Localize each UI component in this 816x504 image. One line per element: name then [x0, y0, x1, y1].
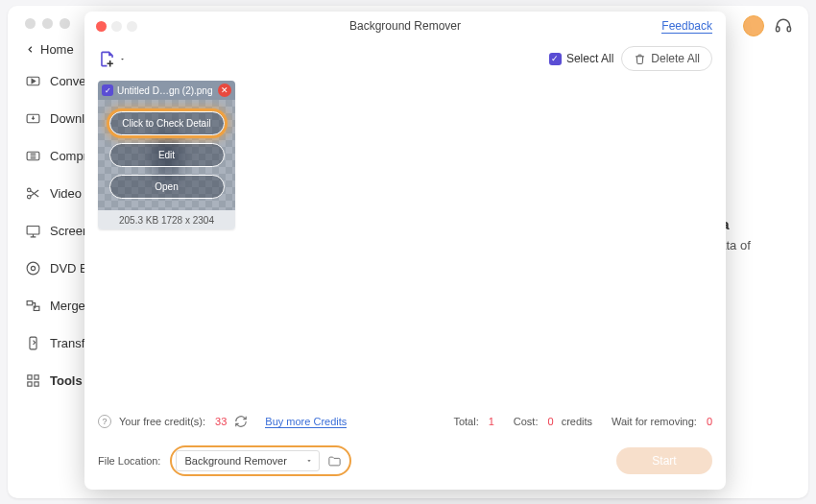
minimize-button	[111, 21, 122, 32]
open-button[interactable]: Open	[109, 175, 225, 199]
location-select[interactable]: Background Remover	[176, 450, 320, 471]
svg-rect-15	[35, 375, 38, 379]
close-button[interactable]	[96, 21, 107, 32]
avatar[interactable]	[743, 15, 764, 36]
location-group-highlight: Background Remover	[170, 445, 351, 476]
thumbnail-checkbox[interactable]: ✓	[102, 84, 113, 96]
edit-button[interactable]: Edit	[109, 143, 225, 167]
refresh-icon[interactable]	[234, 415, 248, 428]
screen-icon	[25, 223, 41, 239]
zoom-button	[127, 21, 137, 32]
credits-value: 33	[215, 416, 227, 427]
grid-icon	[25, 372, 41, 389]
total-label: Total:	[453, 416, 478, 427]
buy-credits-link[interactable]: Buy more Credits	[265, 416, 347, 428]
image-thumbnail: ✓ Untitled D…gn (2).png ✕ Click to Check…	[98, 81, 235, 229]
svg-rect-12	[34, 306, 39, 310]
help-icon[interactable]: ?	[98, 415, 111, 428]
svg-marker-3	[32, 79, 36, 83]
start-button[interactable]: Start	[616, 447, 712, 474]
delete-all-button[interactable]: Delete All	[621, 46, 712, 71]
svg-rect-17	[35, 382, 38, 386]
svg-rect-1	[787, 27, 790, 32]
scissors-icon	[25, 185, 41, 202]
trash-icon	[634, 53, 646, 65]
svg-rect-14	[28, 375, 32, 379]
wait-label: Wait for removing:	[612, 416, 697, 427]
thumbnail-remove-button[interactable]: ✕	[218, 84, 231, 97]
download-icon	[25, 110, 41, 127]
compress-icon	[25, 148, 41, 164]
svg-rect-0	[777, 27, 780, 32]
select-all-checkbox[interactable]: ✓ Select All	[549, 52, 613, 65]
cost-label: Cost:	[514, 416, 539, 427]
svg-point-9	[27, 262, 39, 275]
add-file-button[interactable]	[98, 50, 126, 68]
thumbnail-filename: Untitled D…gn (2).png	[117, 85, 214, 96]
check-detail-button[interactable]: Click to Check Detail	[109, 111, 225, 135]
svg-point-10	[31, 266, 35, 270]
file-location-label: File Location:	[98, 455, 160, 467]
chevron-left-icon	[25, 44, 36, 55]
svg-rect-11	[27, 301, 33, 305]
folder-icon[interactable]	[327, 454, 342, 468]
checkbox-checked-icon: ✓	[549, 53, 562, 65]
cost-value: 0	[548, 416, 554, 427]
thumbnail-meta: 205.3 KB 1728 x 2304	[98, 210, 235, 229]
credits-label: Your free credit(s):	[119, 416, 205, 427]
svg-rect-16	[28, 382, 32, 386]
svg-rect-13	[30, 337, 36, 349]
modal-title: Background Remover	[349, 19, 461, 33]
converter-icon	[25, 73, 41, 89]
total-value: 1	[489, 416, 494, 427]
caret-down-icon	[119, 56, 126, 62]
feedback-link[interactable]: Feedback	[661, 19, 712, 34]
caret-down-icon	[305, 457, 313, 465]
disc-icon	[25, 260, 41, 276]
background-remover-modal: Background Remover Feedback ✓ Select All…	[84, 12, 726, 490]
home-label: Home	[40, 42, 74, 57]
wait-value: 0	[707, 416, 712, 427]
add-file-icon	[98, 50, 116, 68]
cost-unit: credits	[562, 416, 592, 427]
svg-rect-8	[27, 227, 39, 235]
transfer-icon	[25, 335, 41, 351]
traffic-lights[interactable]	[25, 18, 70, 29]
support-icon[interactable]	[774, 16, 793, 36]
merge-icon	[25, 298, 41, 314]
